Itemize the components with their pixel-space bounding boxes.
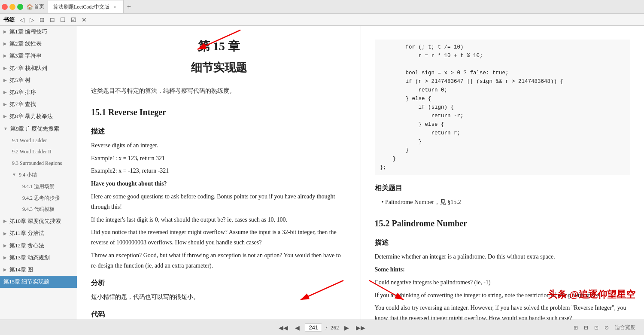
- nav-first-button[interactable]: ◀◀: [277, 323, 290, 332]
- arrow-icon: ▶: [3, 65, 7, 71]
- arrow-icon: ▶: [3, 267, 7, 273]
- sidebar-item-ch3[interactable]: ▶ 第3章 字符串: [0, 50, 77, 62]
- toolbar-check[interactable]: ☑: [69, 15, 78, 24]
- sidebar-sub-ch9-4: 9.4.1 适用场景 9.4.2 思考的步骤 9.4.3 代码模板: [9, 181, 77, 215]
- bottom-right-tools: ⊞ ⊟ ⊡ ⊙ 适合宽度: [572, 323, 637, 332]
- desc-text: Reverse digits of an integer.: [91, 140, 347, 151]
- desc-label: 描述: [91, 125, 347, 137]
- bottom-bar: ◀◀ ◀ / 262 ▶ ▶▶ ⊞ ⊟ ⊡ ⊙ 适合宽度: [0, 320, 644, 335]
- toolbar-back[interactable]: ◁: [18, 15, 26, 24]
- title-bar: 🏠 首页 算法刷题LeetCode中文版 × +: [0, 0, 644, 14]
- add-tab-button[interactable]: +: [124, 0, 134, 13]
- close-button[interactable]: [2, 4, 8, 10]
- nav-last-button[interactable]: ▶▶: [354, 323, 367, 332]
- question-3: Throw an exception? Good, but what if th…: [91, 250, 347, 271]
- arrow-icon: ▶: [3, 243, 7, 249]
- rotate-button[interactable]: ⊙: [603, 324, 611, 332]
- page-separator: /: [325, 324, 327, 331]
- sidebar-item-ch9-4-2[interactable]: 9.4.2 思考的步骤: [21, 192, 77, 204]
- nav-next-button[interactable]: ▶: [343, 323, 351, 332]
- main-area: ▶ 第1章 编程技巧 ▶ 第2章 线性表 ▶ 第3章 字符串 ▶ 第4章 栈和队…: [0, 26, 644, 320]
- toolbar-close[interactable]: ✕: [80, 15, 88, 24]
- arrow-icon: ▼: [3, 126, 8, 132]
- arrow-icon: ▶: [3, 77, 7, 83]
- arrow-icon: ▶: [3, 41, 7, 47]
- arrow-icon: ▶: [3, 53, 7, 59]
- content-area: 第 15 章 细节实现题 这类题目不考特定的算法，纯粹考察写代码的熟练度。 15…: [77, 26, 644, 320]
- hints-text: Here are some good questions to ask befo…: [91, 192, 347, 212]
- related-section: 相关题目 Palindrome Number，见 §15.2: [375, 182, 631, 207]
- left-page: 第 15 章 细节实现题 这类题目不考特定的算法，纯粹考察写代码的熟练度。 15…: [77, 26, 361, 320]
- window-controls: [2, 4, 23, 10]
- example2: Example2: x = -123, return -321: [91, 166, 347, 176]
- sidebar-item-ch15[interactable]: 第15章 细节实现题: [0, 276, 77, 288]
- maximize-button[interactable]: [17, 4, 23, 10]
- home-tab[interactable]: 🏠 首页: [27, 3, 44, 10]
- arrow-icon: ▶: [3, 101, 7, 107]
- fit-page-button[interactable]: ⊡: [592, 324, 600, 332]
- have-you-text: Have you thought about this?: [91, 179, 347, 189]
- fit-width-button[interactable]: 适合宽度: [613, 323, 637, 332]
- tab-close-button[interactable]: ×: [112, 4, 118, 10]
- some-hints: Some hints:: [375, 265, 631, 275]
- arrow-icon: ▶: [3, 255, 7, 261]
- sidebar-item-ch4[interactable]: ▶ 第4章 栈和队列: [0, 62, 77, 74]
- sidebar-item-ch9-4[interactable]: ▼ 9.4 小结: [9, 169, 77, 181]
- zoom-out-button[interactable]: ⊟: [582, 324, 590, 332]
- hint-1: Could negative integers be palindromes? …: [375, 277, 631, 288]
- toolbar-collapse[interactable]: ⊟: [48, 15, 57, 24]
- sidebar-item-ch9-4-1[interactable]: 9.4.1 适用场景: [21, 181, 77, 192]
- sidebar-item-ch5[interactable]: ▶ 第5章 树: [0, 74, 77, 86]
- sidebar-item-ch12[interactable]: ▶ 第12章 贪心法: [0, 240, 77, 252]
- palindrome-desc: Determine whether an integer is a palind…: [375, 252, 631, 262]
- sidebar-item-ch14[interactable]: ▶ 第14章 图: [0, 264, 77, 276]
- code-block-continued: for (; t; t /= 10) r = r * 10 + t % 10; …: [375, 40, 631, 175]
- toolbar-save[interactable]: ☐: [58, 15, 67, 24]
- right-page: for (; t; t /= 10) r = r * 10 + t % 10; …: [361, 26, 644, 320]
- chapter-number: 第 15 章: [91, 36, 347, 57]
- sidebar-item-ch10[interactable]: ▶ 第10章 深度优先搜索: [0, 215, 77, 227]
- related-title: 相关题目: [375, 182, 631, 194]
- toolbar: 书签 ◁ ▷ ⊞ ⊟ ☐ ☑ ✕: [0, 14, 644, 26]
- arrow-icon: ▶: [3, 89, 7, 95]
- hint-3: You could also try reversing an integer.…: [375, 303, 631, 320]
- sidebar-item-ch2[interactable]: ▶ 第2章 线性表: [0, 38, 77, 50]
- arrow-icon: ▶: [3, 231, 7, 237]
- nav-prev-button[interactable]: ◀: [293, 323, 301, 332]
- sidebar-item-ch9-3[interactable]: 9.3 Surrounded Regions: [9, 158, 77, 169]
- arrow-icon: ▼: [12, 172, 16, 178]
- sidebar-item-ch8[interactable]: ▶ 第8章 暴力枚举法: [0, 110, 77, 122]
- sidebar-item-ch9-4-3[interactable]: 9.4.3 代码模板: [21, 204, 77, 215]
- page-current-input[interactable]: [305, 323, 322, 332]
- hint-2: If you are thinking of converting the in…: [375, 290, 631, 301]
- chapter-title: 细节实现题: [91, 58, 347, 77]
- sidebar-item-ch7[interactable]: ▶ 第7章 查找: [0, 98, 77, 110]
- toolbar-forward[interactable]: ▷: [28, 15, 36, 24]
- sidebar-item-ch11[interactable]: ▶ 第11章 分治法: [0, 227, 77, 239]
- page-total: 262: [331, 324, 339, 331]
- analysis-text: 短小精悍的题，代码也可以写的很短小。: [91, 292, 347, 302]
- intro-text: 这类题目不考特定的算法，纯粹考察写代码的熟练度。: [91, 86, 347, 96]
- active-tab[interactable]: 算法刷题LeetCode中文版 ×: [48, 0, 124, 13]
- toolbar-label: 书签: [3, 16, 15, 24]
- toolbar-expand[interactable]: ⊞: [38, 15, 46, 24]
- sidebar-item-ch1[interactable]: ▶ 第1章 编程技巧: [0, 26, 77, 38]
- arrow-icon: ▶: [3, 113, 7, 119]
- sidebar-item-ch9-1[interactable]: 9.1 Word Ladder: [9, 135, 77, 146]
- minimize-button[interactable]: [9, 4, 15, 10]
- sidebar-item-ch13[interactable]: ▶ 第13章 动态规划: [0, 252, 77, 264]
- sidebar-item-ch9-2[interactable]: 9.2 Word Ladder II: [9, 146, 77, 158]
- zoom-in-button[interactable]: ⊞: [572, 324, 580, 332]
- code-label: 代码: [91, 308, 347, 320]
- section-1-title: 15.1 Reverse Integer: [91, 105, 347, 119]
- sidebar-item-ch9[interactable]: ▼ 第9章 广度优先搜索: [0, 123, 77, 135]
- sidebar-item-ch6[interactable]: ▶ 第6章 排序: [0, 86, 77, 98]
- question-1: If the integer's last digit is 0, what s…: [91, 215, 347, 225]
- arrow-icon: ▶: [3, 29, 7, 35]
- section-2-title: 15.2 Palindrome Number: [375, 216, 631, 231]
- related-item: Palindrome Number，见 §15.2: [382, 197, 631, 207]
- tabs-bar: 算法刷题LeetCode中文版 × +: [48, 0, 642, 13]
- question-2: Did you notice that the reversed integer…: [91, 227, 347, 248]
- tab-label: 算法刷题LeetCode中文版: [53, 3, 109, 11]
- example1: Example1: x = 123, return 321: [91, 153, 347, 164]
